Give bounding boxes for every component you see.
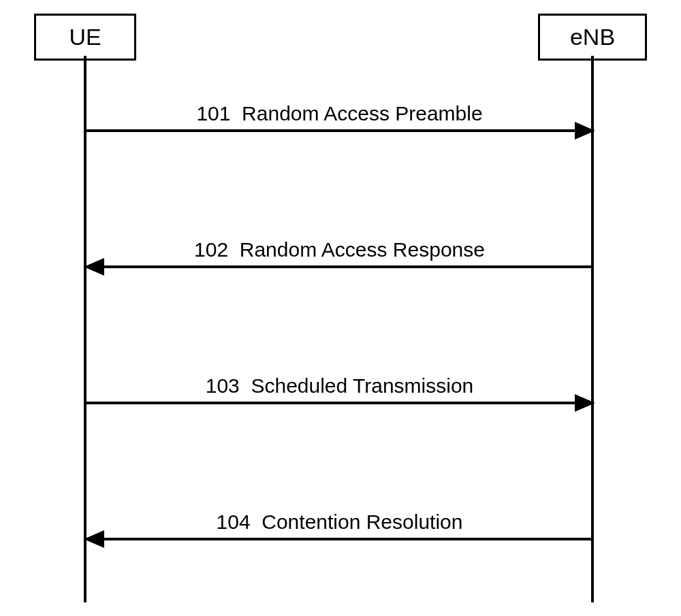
message-1-label: 101 Random Access Preamble [85, 102, 594, 125]
message-2-text: Random Access Response [240, 238, 485, 261]
message-4-label: 104 Contention Resolution [85, 510, 594, 534]
arrow-left-icon [85, 265, 594, 268]
message-4: 104 Contention Resolution [85, 510, 594, 540]
actor-ue-box: UE [34, 14, 136, 61]
message-3: 103 Scheduled Transmission [85, 374, 594, 404]
actor-enb-label: eNB [570, 24, 615, 50]
message-4-text: Contention Resolution [262, 510, 462, 533]
arrow-right-icon [85, 402, 594, 404]
message-2-num: 102 [194, 238, 228, 261]
message-3-num: 103 [206, 374, 240, 397]
arrow-left-icon [85, 538, 594, 540]
message-1-num: 101 [196, 102, 230, 125]
message-4-num: 104 [217, 510, 251, 533]
message-1-text: Random Access Preamble [242, 102, 483, 125]
sequence-diagram: UE eNB 101 Random Access Preamble 102 Ra… [27, 14, 654, 602]
actor-ue-label: UE [69, 24, 101, 50]
arrow-right-icon [85, 129, 594, 132]
actor-enb-box: eNB [538, 14, 647, 61]
message-2: 102 Random Access Response [85, 238, 594, 268]
message-3-text: Scheduled Transmission [251, 374, 473, 397]
message-2-label: 102 Random Access Response [85, 238, 594, 261]
message-3-label: 103 Scheduled Transmission [85, 374, 594, 398]
message-1: 101 Random Access Preamble [85, 102, 594, 132]
